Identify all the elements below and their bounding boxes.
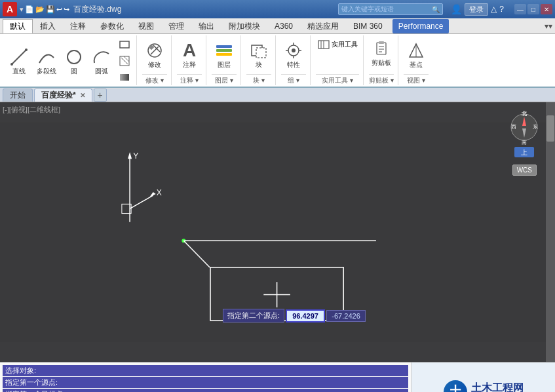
cmd-line-2: 指定第一个源点: — [3, 377, 408, 388]
svg-rect-12 — [216, 49, 232, 52]
tab-addmodule[interactable]: 附加模块 — [221, 19, 267, 33]
viewport[interactable]: [-][俯视][二维线框] Y X — [0, 102, 546, 362]
block-btn[interactable]: 块 — [246, 39, 271, 70]
polyline-icon — [36, 47, 57, 68]
quickaccess-icon[interactable]: ▾ — [20, 5, 24, 14]
group-base-label: 视图 ▾ — [404, 74, 429, 85]
tab-output[interactable]: 输出 — [191, 19, 221, 33]
utility-icon1 — [317, 38, 330, 51]
doc-tab-add[interactable]: + — [94, 88, 107, 102]
draw-line-btn[interactable]: 直线 — [7, 45, 31, 77]
tab-bim360[interactable]: BIM 360 — [346, 19, 390, 33]
coord-y-value: -67.2426 — [326, 310, 366, 322]
block-icon — [248, 40, 269, 61]
ribbon-tabs: 默认 插入 注释 参数化 视图 管理 输出 附加模块 A360 精选应用 BIM… — [0, 18, 555, 34]
doc-tab-main[interactable]: 百度经验* ✕ — [34, 88, 92, 102]
svg-point-2 — [25, 49, 28, 51]
wcs-button[interactable]: WCS — [512, 165, 537, 176]
svg-text:上: 上 — [521, 149, 527, 156]
layer-label: 图层 — [218, 61, 231, 69]
draw-rect-btn[interactable] — [117, 37, 132, 52]
group-base: 基点 视图 ▾ — [400, 35, 432, 85]
compass: 北 南 东 西 上 — [508, 108, 541, 160]
group-clipboard-label: 剪贴板 ▾ — [369, 74, 394, 85]
clipboard-btn[interactable]: 剪贴板 — [369, 37, 394, 68]
base-btn[interactable]: 基点 — [404, 39, 429, 70]
coord-x-value[interactable]: 96.4297 — [286, 309, 325, 323]
tab-featured[interactable]: 精选应用 — [300, 19, 346, 33]
app-icon: A — [3, 2, 17, 16]
ribbon-expand-icon[interactable]: ▾▾ — [545, 22, 552, 31]
redo-icon[interactable]: ↪ — [64, 5, 69, 14]
command-area: 选择对象: 指定第一个源点: 指定第一个目标点: 土 土木工程网 www.civ… — [0, 362, 555, 392]
tab-performance[interactable]: Performance — [392, 19, 450, 33]
svg-rect-26 — [379, 41, 384, 44]
group-annotate: A 注释 注释 ▾ — [173, 35, 206, 85]
tab-manage[interactable]: 管理 — [161, 19, 191, 33]
help-icon[interactable]: ? — [499, 5, 504, 14]
annotate-btn[interactable]: A 注释 — [177, 39, 202, 70]
group-clipboard: 剪贴板 剪贴板 ▾ — [365, 35, 398, 85]
watermark-logo: 土 土木工程网 www.civilcn.com — [444, 380, 524, 393]
tab-a360[interactable]: A360 — [267, 19, 300, 33]
cmd-line-3: 指定第一个目标点: — [3, 389, 408, 392]
layer-btn[interactable]: 图层 — [212, 39, 237, 70]
svg-rect-8 — [120, 74, 129, 81]
coord-display: 指定第二个源点: 96.4297 -67.2426 — [223, 309, 366, 323]
circle-icon — [64, 47, 85, 68]
block-label: 块 — [256, 61, 262, 69]
doc-tab-main-label: 百度经验* — [41, 90, 76, 101]
viewport-label: [-][俯视][二维线框] — [3, 105, 60, 115]
tab-annotate[interactable]: 注释 — [63, 19, 93, 33]
group-modify-label: 修改 ▾ — [142, 74, 167, 85]
draw-arc-btn[interactable]: 圆弧 — [89, 45, 114, 77]
gradient-icon — [118, 71, 131, 84]
open-icon[interactable]: 📂 — [35, 5, 45, 14]
svg-rect-15 — [256, 48, 266, 58]
search-box[interactable]: 键入关键字或短语 🔍 — [338, 3, 443, 15]
doc-tab-close[interactable]: ✕ — [80, 92, 85, 99]
svg-rect-13 — [216, 53, 232, 56]
draw-circle-btn[interactable]: 圆 — [62, 45, 86, 77]
viewport-scrollbar[interactable] — [546, 102, 555, 362]
svg-rect-25 — [377, 43, 386, 54]
ribbon-panel: 直线 多段线 圆 圆弧 — [0, 34, 555, 88]
draw-hatch-btn[interactable] — [117, 53, 132, 69]
tab-insert[interactable]: 插入 — [33, 19, 63, 33]
save-icon[interactable]: 💾 — [46, 5, 55, 14]
svg-text:南: 南 — [522, 140, 527, 146]
tab-default[interactable]: 默认 — [3, 19, 33, 33]
utility-btn1[interactable]: 实用工具 — [316, 37, 359, 52]
draw-polyline-btn[interactable]: 多段线 — [34, 45, 59, 77]
cmd-line-1: 选择对象: — [3, 365, 408, 376]
win-controls: — □ ✕ — [514, 4, 552, 14]
minimize-button[interactable]: — — [514, 4, 526, 14]
coord-label: 指定第二个源点: — [223, 309, 284, 323]
tab-parametric[interactable]: 参数化 — [93, 19, 131, 33]
svg-text:X: X — [157, 188, 162, 197]
undo-icon[interactable]: ↩ — [56, 5, 62, 14]
properties-btn[interactable]: 特性 — [281, 39, 306, 70]
drawing-canvas[interactable]: Y X — [0, 102, 546, 362]
maximize-button[interactable]: □ — [527, 4, 539, 14]
close-button[interactable]: ✕ — [541, 4, 552, 14]
group-block: 块 块 ▾ — [242, 35, 276, 85]
modify-btn[interactable]: 修改 — [142, 39, 167, 70]
layer-icon — [214, 40, 235, 61]
main-area: [-][俯视][二维线框] Y X — [0, 102, 555, 362]
login-button[interactable]: 登录 — [465, 3, 488, 16]
logo-circle: 土 — [444, 380, 467, 393]
info-icon[interactable]: △ — [491, 5, 497, 14]
modify-label: 修改 — [148, 61, 161, 69]
group-block-label: 块 ▾ — [246, 74, 271, 85]
new-icon[interactable]: 📄 — [25, 5, 34, 14]
draw-gradient-btn[interactable] — [117, 69, 132, 85]
group-layer: 图层 图层 ▾ — [208, 35, 241, 85]
doc-tab-start[interactable]: 开始 — [3, 88, 33, 102]
base-label: 基点 — [410, 61, 423, 69]
draw-items: 直线 多段线 圆 圆弧 — [7, 35, 132, 87]
draw-arc-label: 圆弧 — [95, 68, 108, 75]
tab-view[interactable]: 视图 — [131, 19, 161, 33]
svg-line-6 — [121, 58, 128, 64]
right-icons: 👤 登录 △ ? — [451, 3, 504, 16]
